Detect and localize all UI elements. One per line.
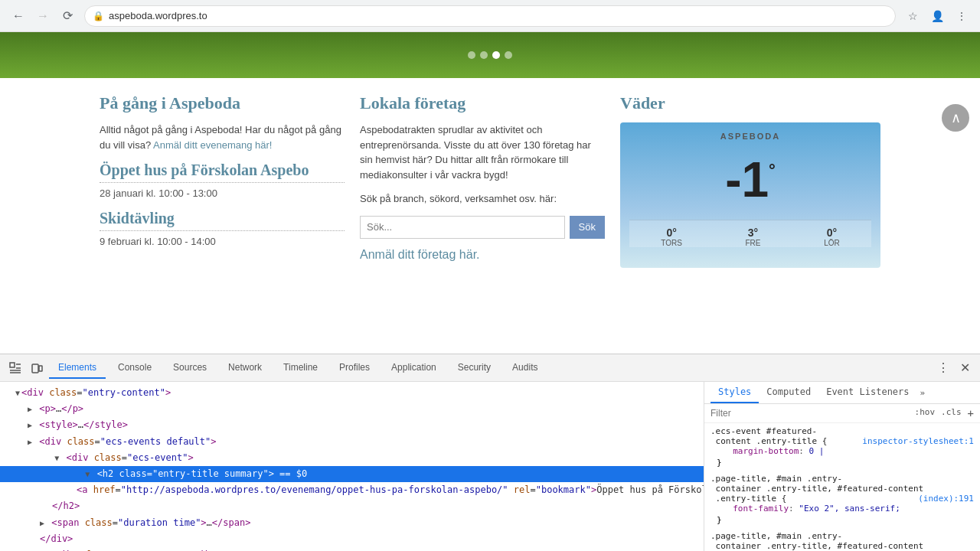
star-button[interactable]: ☆ — [902, 5, 923, 27]
dom-line-7: <a href="http://aspeboda.wordpres.to/eve… — [0, 482, 704, 498]
dom-arrow-3[interactable]: ▶ — [28, 421, 32, 429]
dom-line-4: ▶ <div class="ecs-events default"> — [0, 434, 704, 450]
reload-button[interactable]: ⟳ — [57, 5, 78, 27]
devtools-close-button[interactable]: ✕ — [956, 359, 974, 377]
dom-line-10: </div> — [0, 531, 704, 547]
devtools-tab-application[interactable]: Application — [382, 357, 446, 379]
event1-date: 28 januari kl. 10:00 - 13:00 — [100, 187, 345, 199]
dom-panel: ▼<div class="entry-content"> ▶ <p>…</p> … — [0, 382, 704, 551]
dom-arrow-1[interactable]: ▼ — [15, 389, 20, 397]
company-search-box: Sök — [360, 216, 605, 239]
devtools-tab-sources[interactable]: Sources — [164, 357, 216, 379]
address-bar[interactable]: 🔒 aspeboda.wordpres.to — [84, 5, 896, 27]
forecast-label-3: LÖR — [824, 239, 840, 247]
dom-arrow-5[interactable]: ▼ — [54, 454, 59, 462]
browser-actions: ☆ 👤 ⋮ — [902, 5, 972, 27]
styles-more-tabs-button[interactable]: » — [917, 382, 929, 403]
events-title: På gång i Aspeboda — [100, 93, 345, 113]
back-button[interactable]: ← — [8, 5, 29, 27]
style-rule-2-header: .page-title, #main .entry- container .en… — [710, 474, 974, 504]
styles-filter-input[interactable] — [710, 408, 912, 419]
style-rule-1-header: .ecs-event #featured- content .entry-tit… — [710, 426, 974, 446]
style-rule-3-header: .page-title, #main .entry- container .en… — [710, 531, 974, 551]
filter-hov-button[interactable]: :hov — [915, 407, 936, 419]
styles-panel: Styles Computed Event Listeners » :hov .… — [704, 382, 980, 551]
dom-line-1: ▼<div class="entry-content"> — [0, 385, 704, 401]
page-wrapper: På gång i Aspeboda Alltid något på gång … — [0, 32, 980, 354]
nav-buttons: ← → ⟳ — [8, 5, 78, 27]
hero-dot-3[interactable] — [492, 51, 500, 59]
weather-degree: ° — [769, 161, 776, 181]
weather-temp-area: -1° — [629, 144, 871, 212]
svg-rect-2 — [39, 366, 42, 371]
weather-widget: ASPEBODA -1° 0° TORS 3° FRE 0° LÖR — [620, 122, 880, 268]
event2-title: Skidtävling — [100, 210, 345, 231]
devtools-tab-elements[interactable]: Elements — [49, 357, 106, 379]
security-icon: 🔒 — [93, 11, 104, 21]
element-inspector-button[interactable] — [6, 359, 24, 377]
add-style-button[interactable]: + — [968, 407, 974, 419]
events-column: På gång i Aspeboda Alltid något på gång … — [100, 93, 345, 268]
style-rule-1-close: } — [710, 458, 974, 468]
profile-button[interactable]: 👤 — [926, 5, 948, 27]
companies-title: Lokala företag — [360, 93, 605, 113]
dom-line-2: ▶ <p>…</p> — [0, 401, 704, 417]
styles-tab-styles[interactable]: Styles — [710, 382, 759, 403]
style-selector-2: .page-title, #main .entry- container .en… — [710, 474, 923, 504]
hero-dot-1[interactable] — [468, 51, 475, 59]
device-toggle-button[interactable] — [28, 359, 46, 377]
styles-tab-event-listeners[interactable]: Event Listeners — [818, 382, 916, 403]
dom-line-6-selected[interactable]: ▼ <h2 class="entry-title summary"> == $0 — [0, 466, 704, 482]
styles-tab-computed[interactable]: Computed — [759, 382, 818, 403]
dom-line-9: ▶ <span class="duration time">…</span> — [0, 515, 704, 531]
back-to-top-button[interactable]: ∧ — [942, 104, 969, 132]
dom-arrow-2[interactable]: ▶ — [28, 405, 32, 413]
devtools-tab-security[interactable]: Security — [449, 357, 500, 379]
companies-description: Aspebodatrakten sprudlar av aktivitet oc… — [360, 122, 605, 182]
forecast-temp-2: 3° — [746, 227, 761, 239]
dom-line-3: ▶ <style>…</style> — [0, 417, 704, 433]
hero-dot-2[interactable] — [480, 51, 488, 59]
forward-button[interactable]: → — [32, 5, 54, 27]
dom-arrow-9[interactable]: ▶ — [40, 519, 44, 527]
devtools-tab-network[interactable]: Network — [219, 357, 271, 379]
companies-search-label: Sök på branch, sökord, verksamhet osv. h… — [360, 191, 605, 207]
style-source-2[interactable]: (index):191 — [918, 494, 974, 504]
company-search-input[interactable] — [360, 216, 565, 239]
devtools-tab-console[interactable]: Console — [109, 357, 161, 379]
devtools-tab-profiles[interactable]: Profiles — [330, 357, 379, 379]
devtools-body: ▼<div class="entry-content"> ▶ <p>…</p> … — [0, 382, 980, 551]
forecast-day-3: 0° LÖR — [824, 227, 840, 247]
devtools-tab-timeline[interactable]: Timeline — [274, 357, 327, 379]
filter-cls-button[interactable]: .cls — [941, 407, 962, 419]
company-register-link[interactable]: Anmäl ditt företag här. — [360, 248, 480, 261]
browser-chrome: ← → ⟳ 🔒 aspeboda.wordpres.to ☆ 👤 ⋮ — [0, 0, 980, 32]
devtools-panel: Elements Console Sources Network Timelin… — [0, 354, 980, 551]
forecast-day-1: 0° TORS — [661, 227, 682, 247]
style-selector-3: .page-title, #main .entry- container .en… — [710, 531, 923, 551]
hero-dot-4[interactable] — [505, 51, 512, 59]
devtools-more-button[interactable]: ⋮ — [934, 359, 952, 377]
style-rule-2: .page-title, #main .entry- container .en… — [704, 471, 980, 528]
menu-button[interactable]: ⋮ — [951, 5, 972, 27]
style-rule-1: .ecs-event #featured- content .entry-tit… — [704, 423, 980, 471]
company-search-button[interactable]: Sök — [570, 216, 605, 239]
svg-rect-1 — [32, 364, 38, 373]
style-selector-1: .ecs-event #featured- content .entry-tit… — [710, 426, 827, 446]
dom-line-11: ▶ <div class="ecs-event">…</div> — [0, 547, 704, 551]
devtools-tab-audits[interactable]: Audits — [503, 357, 547, 379]
dom-arrow-4[interactable]: ▶ — [28, 438, 32, 446]
style-prop-1-1: margin-bottom: 0 | — [710, 446, 974, 458]
style-source-1[interactable]: inspector-stylesheet:1 — [862, 436, 974, 446]
styles-tabs: Styles Computed Event Listeners » — [704, 382, 980, 404]
event1-title: Öppet hus på Förskolan Aspebo — [100, 161, 345, 183]
events-register-link[interactable]: Anmäl ditt evenemang här! — [153, 139, 272, 151]
forecast-label-2: FRE — [746, 239, 761, 247]
weather-location: ASPEBODA — [629, 132, 871, 141]
dom-line-8: </h2> — [0, 498, 704, 514]
forecast-day-2: 3° FRE — [746, 227, 761, 247]
dom-arrow-6[interactable]: ▼ — [85, 470, 90, 478]
main-content: På gång i Aspeboda Alltid något på gång … — [84, 78, 896, 276]
weather-forecast: 0° TORS 3° FRE 0° LÖR — [629, 220, 871, 247]
weather-title: Väder — [620, 93, 880, 113]
